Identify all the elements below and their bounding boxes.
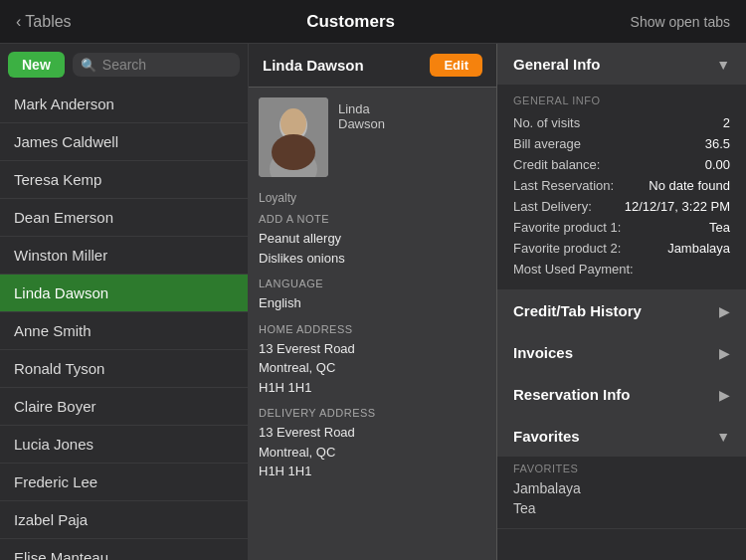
sidebar-toolbar: New 🔍 <box>0 44 248 86</box>
list-item[interactable]: Mark Anderson <box>0 86 248 123</box>
svg-point-4 <box>272 134 315 170</box>
home-addr-line-1: 13 Everest Road <box>259 339 486 359</box>
info-row: Credit balance:0.00 <box>513 154 730 175</box>
info-value: 36.5 <box>705 136 730 151</box>
info-label: Favorite product 2: <box>513 241 621 256</box>
invoices-header[interactable]: Invoices ▶ <box>497 332 746 373</box>
list-item[interactable]: Claire Boyer <box>0 388 248 426</box>
credit-tab-title: Credit/Tab History <box>513 302 642 319</box>
main-layout: New 🔍 Mark AndersonJames CaldwellTeresa … <box>0 44 746 560</box>
list-item[interactable]: Teresa Kemp <box>0 161 248 199</box>
selected-customer-name: Linda Dawson <box>263 57 364 74</box>
general-info-header[interactable]: General Info ▼ <box>497 44 746 85</box>
general-info-section: General Info ▼ GENERAL INFO No. of visit… <box>497 44 746 290</box>
list-item[interactable]: Izabel Paja <box>0 501 248 539</box>
credit-tab-section: Credit/Tab History ▶ <box>497 290 746 332</box>
note-line-1: Peanut allergy <box>259 229 486 249</box>
language-text: English <box>259 293 486 313</box>
info-label: Last Reservation: <box>513 178 614 193</box>
home-address-section-title: HOME ADDRESS <box>259 323 486 335</box>
info-label: Bill average <box>513 136 581 151</box>
invoices-title: Invoices <box>513 344 573 361</box>
edit-button[interactable]: Edit <box>430 54 482 77</box>
info-value: 12/12/17, 3:22 PM <box>625 199 730 214</box>
delivery-address-text: 13 Everest Road Montreal, QC H1H 1H1 <box>259 423 486 481</box>
general-info-label: GENERAL INFO <box>513 94 730 106</box>
favorites-title: Favorites <box>513 428 580 445</box>
search-box: 🔍 <box>73 53 240 77</box>
list-item[interactable]: Linda Dawson <box>0 275 248 312</box>
info-row: No. of visits2 <box>513 112 730 133</box>
profile-area: Linda Dawson <box>259 97 486 177</box>
svg-point-3 <box>280 108 306 138</box>
note-line-2: Dislikes onions <box>259 249 486 269</box>
info-label: Favorite product 1: <box>513 220 621 235</box>
info-row: Favorite product 1:Tea <box>513 217 730 238</box>
new-button[interactable]: New <box>8 52 65 78</box>
loyalty-label: Loyalty <box>259 191 486 205</box>
last-name: Dawson <box>338 116 385 131</box>
info-label: Credit balance: <box>513 157 600 172</box>
search-icon: 🔍 <box>81 58 96 73</box>
info-label: No. of visits <box>513 115 580 130</box>
info-value: Jambalaya <box>667 241 730 256</box>
center-header: Linda Dawson Edit <box>249 44 496 88</box>
reservation-info-header[interactable]: Reservation Info ▶ <box>497 374 746 415</box>
delivery-addr-line-1: 13 Everest Road <box>259 423 486 443</box>
back-button[interactable]: ‹ Tables <box>16 13 72 31</box>
general-info-title: General Info <box>513 56 601 73</box>
credit-tab-header[interactable]: Credit/Tab History ▶ <box>497 290 746 331</box>
back-label: Tables <box>25 13 71 31</box>
delivery-address-section-title: DELIVERY ADDRESS <box>259 407 486 419</box>
invoices-section: Invoices ▶ <box>497 332 746 374</box>
favorites-header[interactable]: Favorites ▼ <box>497 416 746 457</box>
home-addr-line-2: Montreal, QC <box>259 358 486 378</box>
info-value: Tea <box>709 220 730 235</box>
credit-tab-arrow: ▶ <box>719 303 730 319</box>
center-content: Linda Dawson Loyalty ADD A NOTE Peanut a… <box>249 88 496 560</box>
home-address-text: 13 Everest Road Montreal, QC H1H 1H1 <box>259 339 486 398</box>
list-item[interactable]: Frederic Lee <box>0 464 248 501</box>
customer-list: Mark AndersonJames CaldwellTeresa KempDe… <box>0 86 248 560</box>
info-label: Most Used Payment: <box>513 262 634 277</box>
list-item[interactable]: Anne Smith <box>0 312 248 350</box>
general-info-rows: No. of visits2Bill average36.5Credit bal… <box>513 112 730 280</box>
general-info-arrow: ▼ <box>716 57 730 73</box>
list-item[interactable]: Ronald Tyson <box>0 350 248 388</box>
favorites-items: JambalayaTea <box>513 478 730 518</box>
delivery-addr-line-3: H1H 1H1 <box>259 462 486 481</box>
favorites-body: Favorites JambalayaTea <box>497 457 746 528</box>
favorite-item: Tea <box>513 498 730 518</box>
list-item[interactable]: Lucia Jones <box>0 426 248 464</box>
back-chevron-icon: ‹ <box>16 13 21 31</box>
list-item[interactable]: James Caldwell <box>0 123 248 161</box>
reservation-info-title: Reservation Info <box>513 386 631 403</box>
favorite-item: Jambalaya <box>513 478 730 498</box>
info-row: Most Used Payment: <box>513 259 730 280</box>
note-section-title: ADD A NOTE <box>259 213 486 225</box>
list-item[interactable]: Dean Emerson <box>0 199 248 237</box>
info-value: 2 <box>723 115 730 130</box>
info-value: 0.00 <box>705 157 730 172</box>
list-item[interactable]: Elise Manteau <box>0 539 248 560</box>
reservation-info-arrow: ▶ <box>719 387 730 403</box>
show-open-tabs-button[interactable]: Show open tabs <box>631 14 730 30</box>
info-row: Bill average36.5 <box>513 133 730 154</box>
reservation-info-section: Reservation Info ▶ <box>497 374 746 416</box>
center-panel: Linda Dawson Edit Linda Dawson <box>249 44 497 560</box>
general-info-body: GENERAL INFO No. of visits2Bill average3… <box>497 85 746 289</box>
notes-text: Peanut allergy Dislikes onions <box>259 229 486 268</box>
sidebar: New 🔍 Mark AndersonJames CaldwellTeresa … <box>0 44 249 560</box>
info-label: Last Delivery: <box>513 199 592 214</box>
avatar <box>259 97 328 177</box>
invoices-arrow: ▶ <box>719 345 730 361</box>
show-tabs-area: Show open tabs <box>631 14 730 30</box>
info-row: Favorite product 2:Jambalaya <box>513 238 730 259</box>
search-input[interactable] <box>102 57 232 73</box>
first-name: Linda <box>338 101 385 116</box>
list-item[interactable]: Winston Miller <box>0 237 248 275</box>
favorites-arrow: ▼ <box>716 429 730 445</box>
favorites-label: Favorites <box>513 463 730 474</box>
info-row: Last Reservation:No date found <box>513 175 730 196</box>
language-section-title: LANGUAGE <box>259 278 486 289</box>
